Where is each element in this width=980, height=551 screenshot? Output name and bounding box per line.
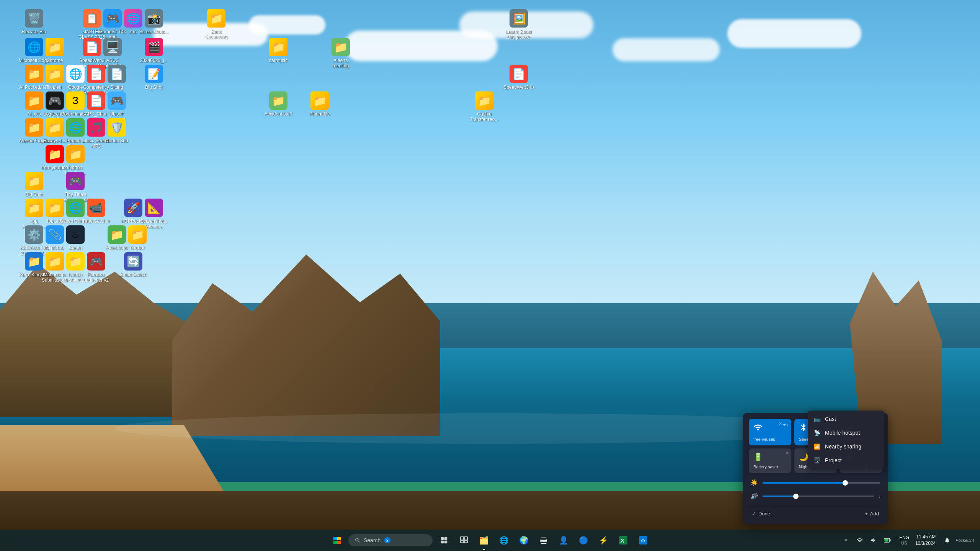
qs-battery-label: Battery saver bbox=[753, 465, 787, 469]
teams-taskbar-button[interactable]: 👤 bbox=[555, 532, 572, 549]
tray-overflow-icon[interactable] bbox=[841, 535, 851, 546]
pocketlint-badge: Pocketlint bbox=[956, 538, 974, 543]
svg-rect-6 bbox=[441, 537, 444, 540]
icon-accident-stuff[interactable]: 📁 Accident stuff bbox=[261, 90, 296, 118]
icon-aleena-meeting[interactable]: 📁 Aleena meeting bbox=[323, 36, 358, 70]
svg-text:b: b bbox=[385, 538, 388, 543]
excel-taskbar-button[interactable]: X bbox=[615, 532, 632, 549]
region-code: US bbox=[901, 541, 907, 546]
task-view-button[interactable] bbox=[436, 532, 452, 549]
project-icon: 🖥️ bbox=[814, 457, 820, 463]
brightness-icon: ☀️ bbox=[750, 479, 758, 486]
search-label: Search bbox=[364, 537, 381, 543]
svg-rect-19 bbox=[890, 540, 890, 541]
svg-rect-0 bbox=[333, 537, 337, 540]
taskbar: Search b bbox=[0, 530, 980, 551]
active-dot bbox=[483, 549, 485, 550]
svg-rect-13 bbox=[464, 541, 467, 543]
qs-done-btn[interactable]: ✓ Done bbox=[749, 509, 773, 518]
icon-video-2024[interactable]: 🎬 20240620_j... bbox=[137, 36, 171, 65]
icon-paradox[interactable]: 🎮 Paradox Launcher v2 bbox=[79, 251, 113, 285]
icon-chrome-folder[interactable]: 📁 Chrome bbox=[38, 36, 72, 65]
qs-tile-wifi[interactable]: › ✕ free viruses bbox=[749, 419, 791, 445]
tray-divider bbox=[896, 535, 896, 546]
brightness-slider[interactable] bbox=[763, 482, 880, 484]
qs-add-btn[interactable]: + Add bbox=[862, 509, 882, 518]
file-explorer-button[interactable]: 🗂️ bbox=[475, 532, 492, 549]
qs-wifi-close[interactable]: ✕ bbox=[779, 421, 782, 426]
store-taskbar-button[interactable] bbox=[535, 532, 552, 549]
svg-rect-3 bbox=[337, 541, 341, 544]
add-label: Add bbox=[870, 511, 879, 517]
icon-learn-boost[interactable]: 🖼️ Learn: Boost this picture bbox=[501, 8, 536, 42]
search-bar[interactable]: Search b bbox=[348, 534, 433, 546]
plus-icon: + bbox=[865, 511, 868, 517]
svg-rect-20 bbox=[884, 539, 888, 542]
nearby-sharing-icon: 📶 bbox=[814, 443, 820, 450]
volume-tray-icon[interactable] bbox=[868, 535, 879, 546]
icon-bank-docs[interactable]: 📁 Bank Documents bbox=[199, 8, 234, 42]
qs-tile-battery-saver[interactable]: ✕ 🔋 Battery saver bbox=[749, 448, 791, 473]
icon-carmusic[interactable]: 📁 carmusic bbox=[261, 36, 296, 65]
widgets-button[interactable] bbox=[456, 532, 472, 549]
settings-taskbar-button[interactable]: ⚙ bbox=[635, 532, 652, 549]
language-indicator[interactable]: ENG US bbox=[899, 535, 909, 546]
volume-slider-row: 🔊 › bbox=[749, 489, 882, 503]
clock[interactable]: 11:45 AM 10/3/2024 bbox=[912, 532, 939, 548]
icon-tube-catcher[interactable]: 📹 Tube Catcher bbox=[79, 197, 113, 225]
globe-taskbar-button[interactable]: 🌍 bbox=[515, 532, 532, 549]
volume-slider[interactable] bbox=[763, 496, 874, 497]
qs-dropdown: 📺 Cast 📡 Mobile hotspot 📶 Nearby sharing… bbox=[808, 411, 884, 469]
nearby-sharing-label: Nearby sharing bbox=[825, 443, 861, 450]
icon-grabor[interactable]: 📁 Grabor bbox=[120, 224, 155, 252]
icon-cashin[interactable]: 📁 Cashin Transfer reo... bbox=[467, 90, 501, 124]
icon-bigshot-folder[interactable]: 📁 Big Shot bbox=[17, 170, 51, 199]
clock-date: 10/3/2024 bbox=[915, 540, 936, 547]
qs-battery-icon: 🔋 bbox=[753, 452, 787, 461]
quick-settings-panel: › ✕ free viruses › ✕ Saeed's S22 ✕ ✈️ Ai… bbox=[743, 413, 888, 524]
qs-footer: ✓ Done + Add bbox=[749, 506, 882, 518]
svg-rect-10 bbox=[461, 537, 464, 540]
app-taskbar-icon1[interactable]: ⚡ bbox=[595, 532, 612, 549]
svg-rect-8 bbox=[441, 541, 444, 544]
icon-screenshots[interactable]: 📸 Screenshots... bbox=[137, 8, 171, 36]
taskbar-center-area: Search b bbox=[328, 532, 652, 549]
volume-extra-icon[interactable]: › bbox=[879, 493, 880, 499]
system-tray: ENG US 11:45 AM 10/3/2024 Pocketlint bbox=[841, 532, 974, 548]
qs-mobile-hotspot-item[interactable]: 📡 Mobile hotspot bbox=[808, 426, 884, 440]
edge-taskbar-button[interactable]: 🌐 bbox=[495, 532, 512, 549]
done-label: Done bbox=[758, 511, 770, 517]
svg-rect-7 bbox=[444, 537, 448, 540]
mobile-hotspot-label: Mobile hotspot bbox=[825, 430, 860, 436]
qs-wifi-label: free viruses bbox=[753, 437, 787, 442]
volume-icon: 🔊 bbox=[750, 492, 758, 500]
svg-rect-2 bbox=[333, 541, 337, 544]
icon-steam[interactable]: ♨ Steam bbox=[58, 224, 93, 252]
chrome-taskbar-button[interactable]: 🔵 bbox=[575, 532, 592, 549]
svg-rect-9 bbox=[444, 541, 448, 544]
icon-plannable[interactable]: 📁 Plannable bbox=[302, 90, 337, 118]
notification-bell[interactable] bbox=[942, 535, 952, 546]
icon-smart-switch[interactable]: 🔄 Smart Switch bbox=[116, 251, 150, 279]
qs-cast-item[interactable]: 📺 Cast bbox=[808, 412, 884, 426]
svg-text:⚙: ⚙ bbox=[641, 538, 645, 544]
qs-wifi-expand[interactable]: › bbox=[781, 421, 789, 429]
svg-text:X: X bbox=[621, 538, 624, 544]
icon-norton360[interactable]: 🛡️ Norton 360 bbox=[100, 117, 134, 145]
bing-icon: b bbox=[384, 536, 391, 544]
icon-speed-web2[interactable]: 📄 SpeedWeb3 fb bbox=[501, 63, 536, 91]
start-button[interactable] bbox=[328, 532, 345, 549]
battery-tray-icon[interactable] bbox=[882, 535, 893, 546]
icon-recycle-bin[interactable]: 🗑️ Recycle Bin bbox=[17, 8, 51, 36]
clock-time: 11:45 AM bbox=[916, 534, 936, 540]
qs-nearby-sharing-item[interactable]: 📶 Nearby sharing bbox=[808, 440, 884, 453]
qs-project-item[interactable]: 🖥️ Project bbox=[808, 453, 884, 467]
qs-battery-close[interactable]: ✕ bbox=[786, 451, 789, 456]
checkmark-icon: ✓ bbox=[752, 511, 756, 517]
icon-bigshot-word[interactable]: 📝 Big Shot bbox=[137, 63, 171, 91]
cast-label: Cast bbox=[825, 416, 836, 422]
icon-sitting[interactable]: 📄 Sitting bbox=[100, 63, 134, 91]
svg-rect-1 bbox=[337, 537, 341, 540]
svg-rect-11 bbox=[464, 537, 467, 540]
network-tray-icon[interactable] bbox=[854, 535, 865, 546]
